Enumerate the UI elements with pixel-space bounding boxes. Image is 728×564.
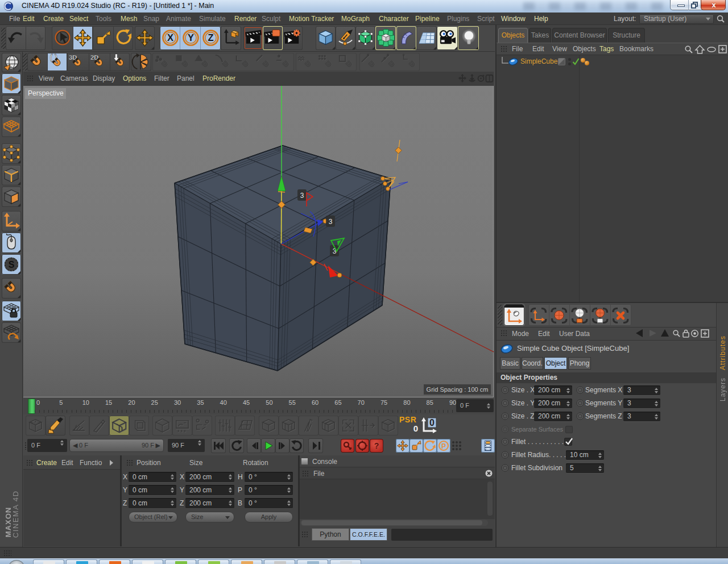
svg-text:S: S <box>9 260 15 269</box>
svg-text:0: 0 <box>429 418 435 428</box>
svg-text:P: P <box>441 442 446 450</box>
svg-text:Y: Y <box>188 32 194 43</box>
svg-text:Z: Z <box>208 32 213 43</box>
svg-text:3: 3 <box>300 192 304 200</box>
svg-text:X: X <box>167 32 173 43</box>
svg-text:?: ? <box>374 441 379 450</box>
svg-text:3: 3 <box>329 218 333 226</box>
svg-text:3: 3 <box>333 247 337 255</box>
